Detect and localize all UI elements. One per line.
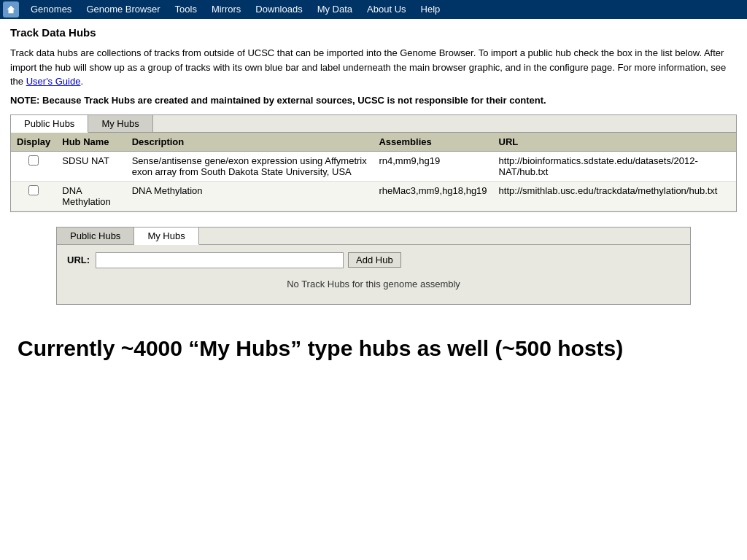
tab-container: Public Hubs My Hubs Display Hub Name Des… (10, 114, 737, 212)
my-hubs-tab-content: URL: Add Hub No Track Hubs for this geno… (57, 245, 690, 304)
nav-downloads[interactable]: Downloads (248, 0, 309, 19)
display-checkbox-cell (11, 181, 56, 211)
url-cell-1: http://smithlab.usc.edu/trackdata/methyl… (493, 181, 736, 211)
tab-public-hubs-2[interactable]: Public Hubs (57, 228, 134, 244)
tab-public-hubs[interactable]: Public Hubs (11, 115, 88, 133)
table-row: DNA Methylation DNA Methylation rheMac3,… (11, 181, 736, 211)
nav-genomes[interactable]: Genomes (23, 0, 79, 19)
table-header-row: Display Hub Name Description Assemblies … (11, 133, 736, 152)
my-hubs-panel: Public Hubs My Hubs URL: Add Hub No Trac… (56, 227, 691, 305)
url-input[interactable] (96, 252, 344, 268)
hub-name-cell-0: SDSU NAT (56, 151, 125, 181)
assemblies-cell-1: rheMac3,mm9,hg18,hg19 (373, 181, 492, 211)
url-row: URL: Add Hub (67, 252, 680, 268)
nav-mirrors[interactable]: Mirrors (204, 0, 248, 19)
user-guide-link[interactable]: User's Guide (26, 76, 81, 87)
description-cell-1: DNA Methylation (126, 181, 374, 211)
tab-my-hubs-2[interactable]: My Hubs (134, 228, 198, 245)
no-hubs-text: No Track Hubs for this genome assembly (67, 274, 680, 294)
note-text: NOTE: Because Track Hubs are created and… (10, 95, 737, 106)
main-content: Track Data Hubs Track data hubs are coll… (0, 19, 747, 377)
nav-about-us[interactable]: About Us (360, 0, 413, 19)
nav-genome-browser[interactable]: Genome Browser (79, 0, 167, 19)
col-description: Description (126, 133, 374, 152)
tab-bar: Public Hubs My Hubs (11, 115, 736, 133)
home-icon[interactable] (3, 1, 19, 18)
description-cell-0: Sense/antisense gene/exon expression usi… (126, 151, 374, 181)
description-text: Track data hubs are collections of track… (10, 46, 737, 89)
hub-name-cell-1: DNA Methylation (56, 181, 125, 211)
col-display: Display (11, 133, 56, 152)
table-row: SDSU NAT Sense/antisense gene/exon expre… (11, 151, 736, 181)
col-assemblies: Assemblies (373, 133, 492, 152)
tab-my-hubs[interactable]: My Hubs (88, 115, 152, 132)
bottom-text: Currently ~4000 “My Hubs” type hubs as w… (10, 319, 737, 370)
nav-my-data[interactable]: My Data (310, 0, 360, 19)
col-url: URL (493, 133, 736, 152)
page-title: Track Data Hubs (10, 26, 737, 39)
top-navigation: Genomes Genome Browser Tools Mirrors Dow… (0, 0, 747, 19)
display-checkbox-cell (11, 151, 56, 181)
col-hub-name: Hub Name (56, 133, 125, 152)
nav-tools[interactable]: Tools (168, 0, 204, 19)
hub-checkbox-1[interactable] (28, 185, 39, 195)
svg-marker-0 (7, 6, 15, 14)
nav-help[interactable]: Help (414, 0, 448, 19)
url-cell-0: http://bioinformatics.sdstate.edu/datase… (493, 151, 736, 181)
my-hubs-tab-bar: Public Hubs My Hubs (57, 228, 690, 245)
hub-checkbox-0[interactable] (28, 155, 39, 166)
hubs-table: Display Hub Name Description Assemblies … (11, 133, 736, 211)
url-label: URL: (67, 254, 90, 265)
assemblies-cell-0: rn4,mm9,hg19 (373, 151, 492, 181)
add-hub-button[interactable]: Add Hub (348, 252, 401, 268)
